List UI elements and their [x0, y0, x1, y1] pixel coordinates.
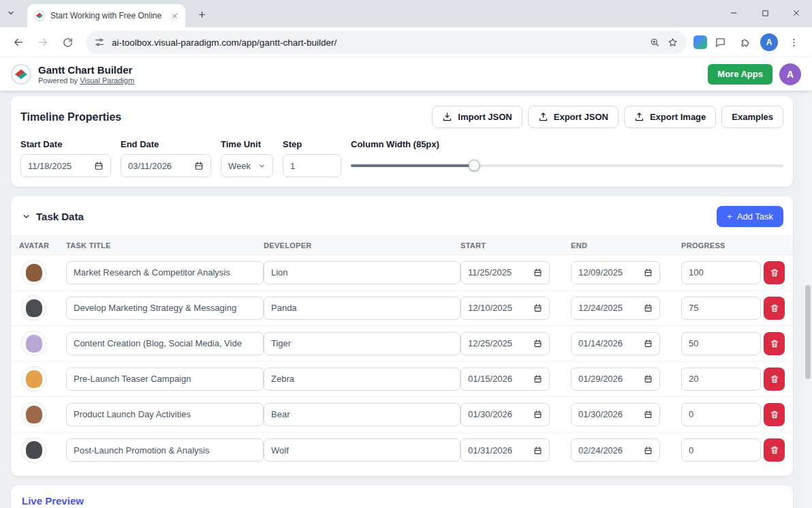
developer-input[interactable]	[264, 297, 460, 320]
end-date-input[interactable]: 03/11/2026	[121, 154, 211, 177]
task-title-input[interactable]	[66, 438, 264, 462]
delete-task-button[interactable]	[764, 297, 785, 320]
time-unit-select[interactable]: Week	[221, 154, 273, 177]
calendar-icon[interactable]	[533, 303, 542, 312]
developer-input[interactable]	[264, 332, 460, 355]
window-maximize-button[interactable]	[749, 0, 781, 26]
site-settings-icon[interactable]	[94, 37, 105, 48]
task-start-input[interactable]: 01/31/2026	[460, 438, 550, 462]
calendar-icon[interactable]	[644, 374, 653, 383]
task-avatar[interactable]	[21, 366, 46, 391]
developer-input[interactable]	[264, 368, 460, 391]
import-json-button[interactable]: Import JSON	[432, 106, 522, 128]
task-end-input[interactable]: 01/14/2026	[571, 332, 660, 355]
calendar-icon[interactable]	[533, 446, 542, 455]
more-apps-button[interactable]: More Apps	[708, 64, 772, 85]
slider-thumb[interactable]	[468, 160, 480, 171]
task-avatar[interactable]	[21, 438, 46, 463]
delete-task-button[interactable]	[764, 332, 785, 355]
progress-input[interactable]	[681, 297, 761, 320]
browser-action-icon[interactable]	[693, 35, 707, 49]
powered-by: Powered by Visual Paradigm	[38, 76, 134, 85]
task-start-input[interactable]: 01/15/2026	[460, 368, 550, 391]
task-start-input[interactable]: 12/10/2025	[460, 297, 550, 320]
task-avatar[interactable]	[21, 295, 46, 320]
app-header: Gantt Chart Builder Powered by Visual Pa…	[0, 57, 812, 91]
url-text[interactable]: ai-toolbox.visual-paradigm.com/app/gantt…	[112, 38, 642, 48]
task-avatar[interactable]	[21, 260, 46, 285]
calendar-icon[interactable]	[533, 339, 542, 348]
calendar-icon[interactable]	[194, 161, 204, 170]
column-width-slider[interactable]	[351, 154, 783, 177]
task-avatar[interactable]	[21, 402, 46, 427]
task-end-input[interactable]: 01/29/2026	[571, 368, 660, 391]
import-icon	[442, 112, 452, 122]
start-date-value: 11/18/2025	[28, 161, 72, 171]
task-title-input[interactable]	[66, 332, 264, 355]
menu-kebab-icon[interactable]	[782, 31, 805, 54]
calendar-icon[interactable]	[644, 303, 653, 312]
tab-close-icon[interactable]	[169, 10, 180, 21]
browser-profile-avatar[interactable]: A	[760, 33, 778, 51]
calendar-icon[interactable]	[644, 410, 653, 419]
zoom-icon[interactable]	[649, 37, 660, 48]
task-title-input[interactable]	[66, 297, 264, 320]
user-avatar[interactable]: A	[779, 63, 801, 85]
new-tab-button[interactable]	[192, 5, 211, 24]
chat-icon[interactable]	[708, 31, 732, 54]
calendar-icon[interactable]	[533, 410, 542, 419]
developer-input[interactable]	[264, 403, 460, 426]
powered-by-link[interactable]: Visual Paradigm	[80, 76, 134, 85]
calendar-icon[interactable]	[533, 268, 542, 277]
task-start-input[interactable]: 11/25/2025	[460, 261, 550, 284]
task-end-input[interactable]: 12/09/2025	[571, 261, 660, 284]
task-title-input[interactable]	[66, 261, 264, 284]
export-json-button[interactable]: Export JSON	[528, 106, 619, 128]
browser-tab[interactable]: Start Working with Free Online	[27, 4, 185, 27]
task-end-input[interactable]: 12/24/2025	[571, 297, 660, 320]
bookmark-star-icon[interactable]	[667, 37, 678, 48]
task-end-input[interactable]: 02/24/2026	[571, 438, 660, 462]
collapse-chevron-icon[interactable]	[22, 212, 31, 221]
reload-icon[interactable]	[56, 31, 79, 54]
delete-task-button[interactable]	[764, 368, 785, 391]
progress-input[interactable]	[681, 332, 761, 355]
window-minimize-button[interactable]	[718, 0, 749, 26]
extensions-icon[interactable]	[733, 31, 756, 54]
developer-input[interactable]	[264, 261, 460, 284]
tab-favicon-icon	[34, 10, 45, 21]
step-input[interactable]	[283, 154, 341, 177]
progress-input[interactable]	[681, 261, 761, 284]
tab-search-chevron-icon[interactable]	[7, 9, 15, 17]
page-scrollbar[interactable]	[804, 91, 812, 508]
url-bar[interactable]: ai-toolbox.visual-paradigm.com/app/gantt…	[86, 31, 687, 54]
task-start-input[interactable]: 12/25/2025	[460, 332, 550, 355]
calendar-icon[interactable]	[644, 268, 653, 277]
task-table-header: AVATAR TASK TITLE DEVELOPER START END PR…	[11, 235, 793, 255]
progress-input[interactable]	[681, 403, 761, 426]
slider-track[interactable]	[351, 164, 783, 167]
window-close-button[interactable]	[781, 0, 812, 26]
task-title-input[interactable]	[66, 403, 264, 426]
delete-task-button[interactable]	[764, 403, 785, 426]
progress-input[interactable]	[681, 438, 761, 462]
calendar-icon[interactable]	[533, 374, 542, 383]
forward-icon[interactable]	[31, 31, 54, 54]
add-task-button[interactable]: + Add Task	[717, 206, 783, 227]
task-avatar[interactable]	[21, 331, 46, 356]
calendar-icon[interactable]	[644, 339, 653, 348]
examples-button[interactable]: Examples	[721, 106, 783, 128]
calendar-icon[interactable]	[644, 446, 653, 455]
task-start-input[interactable]: 01/30/2026	[460, 403, 550, 426]
developer-input[interactable]	[264, 438, 460, 462]
calendar-icon[interactable]	[94, 161, 104, 170]
task-title-input[interactable]	[66, 368, 264, 391]
delete-task-button[interactable]	[764, 438, 785, 462]
scrollbar-thumb[interactable]	[805, 285, 811, 379]
delete-task-button[interactable]	[764, 261, 785, 284]
progress-input[interactable]	[681, 368, 761, 391]
back-icon[interactable]	[7, 31, 30, 54]
start-date-input[interactable]: 11/18/2025	[20, 154, 111, 177]
export-image-button[interactable]: Export Image	[624, 106, 716, 128]
task-end-input[interactable]: 01/30/2026	[571, 403, 660, 426]
